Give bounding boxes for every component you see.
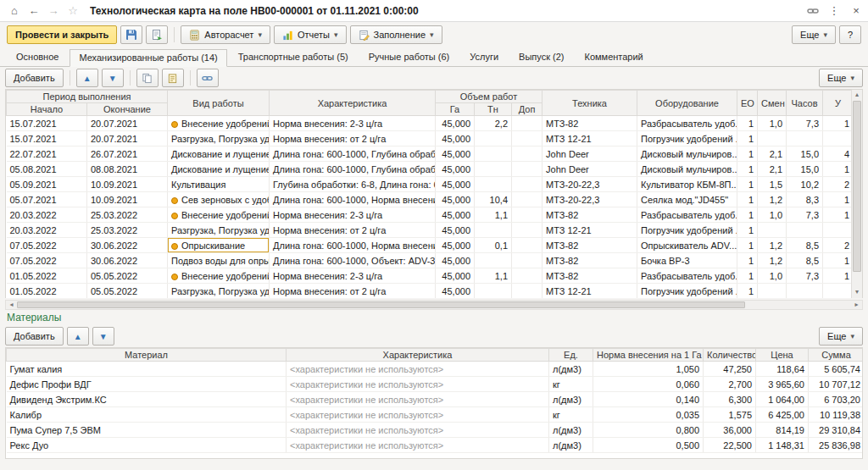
cell-hours[interactable]: 8,3 bbox=[787, 192, 823, 207]
table-row[interactable]: 05.08.202108.08.2021Дискование и лущение… bbox=[7, 162, 854, 177]
cell-work[interactable]: Внесение удобрений bbox=[168, 207, 270, 223]
column-header-unit[interactable]: Ед. bbox=[549, 349, 593, 362]
cell-work[interactable]: Культивация bbox=[168, 177, 270, 192]
cell-price[interactable]: 118,64 bbox=[756, 362, 809, 377]
cell-end[interactable]: 10.09.2021 bbox=[87, 192, 168, 207]
paste-row-button[interactable] bbox=[162, 69, 184, 87]
cell-dop[interactable] bbox=[512, 207, 542, 223]
column-header-ga[interactable]: Га bbox=[436, 103, 475, 116]
column-header-equipment[interactable]: Оборудование bbox=[637, 91, 737, 116]
cell-ga[interactable]: 45,000 bbox=[436, 253, 475, 268]
cell-dop[interactable] bbox=[512, 147, 542, 162]
cell-hours[interactable] bbox=[787, 223, 823, 238]
cell-end[interactable]: 05.05.2022 bbox=[87, 284, 168, 299]
cell-work[interactable]: Разгрузка, Погрузка удоб... bbox=[168, 223, 270, 238]
cell-dop[interactable] bbox=[512, 116, 542, 131]
cell-ga[interactable]: 45,000 bbox=[436, 192, 475, 207]
cell-shifts[interactable]: 1,5 bbox=[758, 177, 787, 192]
cell-start[interactable]: 22.07.2021 bbox=[7, 147, 87, 162]
cell-char[interactable]: Длина гона: 600-1000, Объект: ADV-300... bbox=[270, 253, 436, 268]
materials-add-button[interactable]: Добавить bbox=[5, 327, 64, 346]
cell-ga[interactable]: 45,000 bbox=[436, 284, 475, 299]
cell-work[interactable]: Подвоз воды для опрыск... bbox=[168, 253, 270, 268]
tab-manual-works[interactable]: Ручные работы (6) bbox=[359, 48, 459, 66]
column-header-period[interactable]: Период выполнения bbox=[7, 91, 168, 103]
cell-norm[interactable]: 0,500 bbox=[593, 438, 704, 453]
cell-tech[interactable]: МТЗ 12-21 bbox=[542, 223, 637, 238]
column-header-work[interactable]: Вид работы bbox=[168, 91, 270, 116]
column-header-tech[interactable]: Техника bbox=[542, 91, 637, 116]
cell-work[interactable]: Опрыскивание bbox=[168, 238, 270, 253]
cell-dop[interactable] bbox=[512, 253, 542, 268]
cell-price[interactable]: 6 425,00 bbox=[756, 407, 809, 423]
cell-char[interactable]: <характеристики не используются> bbox=[287, 407, 549, 423]
cell-unit[interactable]: кг bbox=[549, 407, 593, 423]
cell-eo[interactable]: 1 bbox=[737, 116, 758, 131]
post-button[interactable] bbox=[146, 25, 168, 44]
cell-eo[interactable]: 1 bbox=[737, 238, 758, 253]
cell-start[interactable]: 07.05.2022 bbox=[7, 253, 87, 268]
cell-u[interactable] bbox=[823, 131, 854, 147]
table-row[interactable]: 01.05.202205.05.2022Разгрузка, Погрузка … bbox=[7, 284, 854, 299]
cell-eo[interactable]: 1 bbox=[737, 131, 758, 147]
close-icon[interactable]: × bbox=[849, 3, 863, 19]
cell-eo[interactable]: 1 bbox=[737, 177, 758, 192]
cell-name[interactable]: Гумат калия bbox=[7, 362, 287, 377]
cell-hours[interactable]: 15,0 bbox=[787, 147, 823, 162]
cell-u[interactable]: 1 bbox=[823, 268, 854, 284]
cell-qty[interactable]: 22,500 bbox=[704, 438, 756, 453]
cell-name[interactable]: Калибр bbox=[7, 407, 287, 423]
cell-end[interactable]: 10.09.2021 bbox=[87, 177, 168, 192]
cell-hours[interactable]: 7,3 bbox=[787, 268, 823, 284]
cell-dop[interactable] bbox=[512, 162, 542, 177]
cell-price[interactable]: 814,19 bbox=[756, 423, 809, 438]
cell-tech[interactable]: МТЗ-82 bbox=[542, 116, 637, 131]
cell-equip[interactable]: Дисковый мульчиров... bbox=[637, 147, 737, 162]
cell-shifts[interactable]: 1,2 bbox=[758, 253, 787, 268]
cell-unit[interactable]: л(дм3) bbox=[549, 392, 593, 407]
cell-u[interactable]: 2 bbox=[823, 177, 854, 192]
table-row[interactable]: 15.07.202120.07.2021Внесение удобренийНо… bbox=[7, 116, 854, 131]
cell-work[interactable]: Дискование и лущение с... bbox=[168, 162, 270, 177]
cell-work[interactable]: Разгрузка, Погрузка удоб... bbox=[168, 284, 270, 299]
cell-tn[interactable] bbox=[475, 253, 512, 268]
cell-end[interactable]: 25.03.2022 bbox=[87, 223, 168, 238]
cell-sum[interactable]: 6 703,20 bbox=[809, 392, 864, 407]
cell-sum[interactable]: 25 836,98 bbox=[809, 438, 864, 453]
cell-start[interactable]: 01.05.2022 bbox=[7, 268, 87, 284]
cell-shifts[interactable]: 1,2 bbox=[758, 192, 787, 207]
column-header-u[interactable]: У bbox=[823, 91, 854, 116]
column-header-start[interactable]: Начало bbox=[7, 103, 87, 116]
cell-char[interactable]: Глубина обработки: 6-8, Длина гона: 600-… bbox=[270, 177, 436, 192]
cell-unit[interactable]: кг bbox=[549, 377, 593, 392]
cell-end[interactable]: 20.07.2021 bbox=[87, 116, 168, 131]
cell-char[interactable]: <характеристики не используются> bbox=[287, 438, 549, 453]
cell-shifts[interactable]: 1,0 bbox=[758, 268, 787, 284]
cell-u[interactable]: 1 bbox=[823, 162, 854, 177]
cell-hours[interactable]: 7,3 bbox=[787, 116, 823, 131]
tab-mechanized-works[interactable]: Механизированные работы (14) bbox=[70, 49, 226, 67]
cell-equip[interactable]: Сеялка мод."JD455" bbox=[637, 192, 737, 207]
materials-move-up-button[interactable]: ▲ bbox=[67, 327, 89, 346]
cell-start[interactable]: 07.05.2022 bbox=[7, 238, 87, 253]
cell-ga[interactable]: 45,000 bbox=[436, 147, 475, 162]
cell-char[interactable]: Норма внесения: от 2 ц/га bbox=[270, 131, 436, 147]
cell-end[interactable]: 30.06.2022 bbox=[87, 238, 168, 253]
cell-char[interactable]: Норма внесения: 2-3 ц/га bbox=[270, 268, 436, 284]
cell-start[interactable]: 20.03.2022 bbox=[7, 223, 87, 238]
cell-dop[interactable] bbox=[512, 284, 542, 299]
cell-tn[interactable]: 1,1 bbox=[475, 207, 512, 223]
cell-end[interactable]: 30.06.2022 bbox=[87, 253, 168, 268]
cell-dop[interactable] bbox=[512, 192, 542, 207]
cell-hours[interactable] bbox=[787, 131, 823, 147]
cell-char[interactable]: Длина гона: 600-1000, Норма внесения: ..… bbox=[270, 238, 436, 253]
cell-qty[interactable]: 6,300 bbox=[704, 392, 756, 407]
cell-char[interactable]: Норма внесения: от 2 ц/га bbox=[270, 284, 436, 299]
move-down-button[interactable]: ▼ bbox=[102, 69, 124, 87]
cell-tech[interactable]: МТЗ-82 bbox=[542, 253, 637, 268]
works-more-button[interactable]: Еще ▾ bbox=[819, 69, 863, 87]
works-vertical-scrollbar[interactable]: ▴ ▾ bbox=[851, 90, 862, 298]
cell-name[interactable]: Пума Супер 7,5 ЭВМ bbox=[7, 423, 287, 438]
column-header-price[interactable]: Цена bbox=[756, 349, 809, 362]
cell-name[interactable]: Дивиденд Экстрим.КС bbox=[7, 392, 287, 407]
